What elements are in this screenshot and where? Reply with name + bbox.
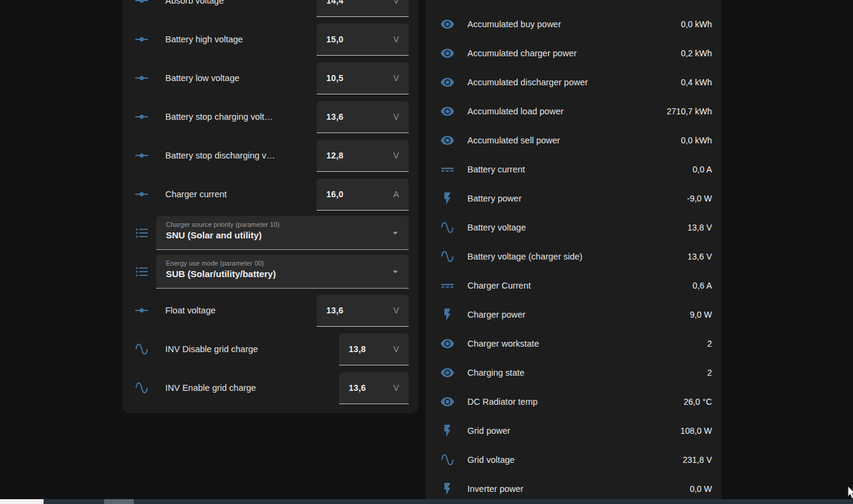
eye-icon: [440, 336, 455, 351]
sensor-row[interactable]: Accumulated load power2710,7 kWh: [426, 97, 722, 126]
sensor-name: Charger workstate: [467, 339, 702, 349]
sensor-row[interactable]: Charger power9,0 W: [426, 300, 722, 329]
select-input[interactable]: Energy use mode (parameter 00)SUB (Solar…: [156, 255, 409, 289]
mouse-cursor-icon: [848, 486, 853, 500]
horizontal-scrollbar[interactable]: [0, 499, 853, 504]
number-row: Absorb voltage14,4V: [122, 0, 418, 20]
entity-name: Battery high voltage: [165, 34, 309, 44]
sensor-name: Grid voltage: [467, 455, 678, 465]
sensor-name: Accumulated discharger power: [467, 77, 676, 87]
entity-name: Charger current: [165, 189, 309, 199]
select-value: SNU (Solar and utility): [166, 230, 382, 240]
entity-name: Absorb voltage: [165, 0, 309, 5]
number-unit: V: [394, 73, 399, 83]
sensor-value: 0,2 kWh: [681, 48, 712, 58]
ray-vertex-icon: [134, 71, 149, 85]
sensor-name: Battery voltage: [467, 223, 683, 232]
number-row: Battery stop charging volt…13,6V: [122, 97, 418, 136]
number-input[interactable]: 14,4V: [317, 0, 409, 17]
number-input[interactable]: 12,8V: [317, 140, 409, 172]
number-input[interactable]: 13,6V: [339, 372, 409, 404]
sensor-name: Accumulated buy power: [467, 19, 676, 29]
number-input[interactable]: 10,5V: [317, 62, 409, 94]
eye-icon: [440, 17, 455, 31]
number-value: 10,5: [326, 73, 343, 83]
eye-icon: [440, 365, 455, 380]
sine-wave-icon: [440, 249, 455, 264]
select-value: SUB (Solar/utility/battery): [166, 269, 382, 279]
sensor-row[interactable]: Accumulated charger power0,2 kWh: [426, 39, 722, 68]
number-input[interactable]: 13,6V: [317, 295, 409, 327]
number-input[interactable]: 13,8V: [339, 333, 409, 365]
ray-vertex-icon: [134, 32, 149, 47]
entity-name: Float voltage: [165, 306, 309, 315]
ray-vertex-icon: [134, 303, 149, 318]
number-row: Battery high voltage15,0V: [122, 20, 418, 59]
number-unit: V: [394, 34, 399, 44]
sensor-value: 0,0 A: [693, 165, 712, 174]
number-input[interactable]: 13,6V: [317, 101, 409, 133]
sensor-row[interactable]: Battery voltage13,8 V: [426, 213, 722, 242]
sensor-name: Battery current: [467, 165, 688, 174]
sine-wave-icon: [134, 381, 149, 395]
sensor-row[interactable]: Charging state2: [426, 358, 722, 387]
select-row: Energy use mode (parameter 00)SUB (Solar…: [122, 252, 418, 291]
sensor-row[interactable]: Accumulated discharger power0,4 kWh: [426, 68, 722, 97]
sensor-value: -9,0 W: [687, 194, 712, 203]
sensor-row[interactable]: Charger Current0,6 A: [426, 271, 722, 300]
select-label: Energy use mode (parameter 00): [166, 260, 382, 267]
sensor-name: Accumulated load power: [467, 106, 662, 116]
sensor-value: 26,0 °C: [683, 397, 712, 407]
ray-vertex-icon: [134, 110, 149, 124]
sensor-name: Accumulated sell power: [467, 136, 676, 145]
sensor-row[interactable]: Battery current0,0 A: [426, 155, 722, 184]
sensor-row[interactable]: Battery power-9,0 W: [426, 184, 722, 213]
ray-vertex-icon: [134, 187, 149, 201]
number-input[interactable]: 15,0V: [317, 24, 409, 56]
number-value: 15,0: [326, 34, 343, 44]
sensor-value: 231,8 V: [683, 455, 712, 465]
number-unit: V: [394, 112, 399, 122]
sensor-value: 13,8 V: [688, 223, 712, 232]
sensor-name: Grid power: [467, 426, 676, 436]
number-value: 13,8: [349, 344, 366, 354]
number-row: Charger current16,0A: [122, 175, 418, 214]
sensors-card: Accumulated buy power0,0 kWhAccumulated …: [426, 0, 722, 504]
current-dc-icon: [440, 162, 455, 177]
sine-wave-icon: [440, 220, 455, 235]
sensor-row[interactable]: Battery voltage (charger side)13,6 V: [426, 242, 722, 271]
entity-name: INV Enable grid charge: [165, 383, 332, 393]
chevron-down-icon: [389, 227, 401, 239]
sensor-name: Battery voltage (charger side): [467, 252, 683, 261]
number-row: INV Enable grid charge13,6V: [122, 368, 418, 407]
sensor-row[interactable]: Grid voltage231,8 V: [426, 445, 722, 474]
sensor-value: 108,0 W: [680, 426, 712, 436]
eye-icon: [440, 104, 455, 119]
scrollbar-thumb[interactable]: [104, 499, 134, 504]
number-value: 13,6: [349, 383, 366, 393]
entity-name: Battery stop discharging v…: [165, 151, 309, 160]
sensor-row[interactable]: Accumulated sell power0,0 kWh: [426, 126, 722, 155]
home-assistant-dashboard: Absorb voltage14,4VBattery high voltage1…: [0, 0, 853, 504]
ray-vertex-icon: [134, 148, 149, 163]
sensor-row[interactable]: Grid power108,0 W: [426, 416, 722, 445]
current-dc-icon: [440, 278, 455, 293]
sensor-value: 0,0 kWh: [681, 136, 712, 145]
sensor-row[interactable]: Charger workstate2: [426, 329, 722, 358]
sensor-row[interactable]: DC Radiator temp26,0 °C: [426, 387, 722, 416]
sensor-name: Battery power: [467, 194, 682, 203]
sensor-value: 2: [707, 368, 712, 378]
sensor-name: Accumulated charger power: [467, 48, 676, 58]
settings-card: Absorb voltage14,4VBattery high voltage1…: [122, 0, 418, 413]
sensor-rows: Accumulated buy power0,0 kWhAccumulated …: [426, 10, 722, 503]
select-label: Charger source priority (parameter 10): [166, 221, 382, 228]
eye-icon: [440, 394, 455, 409]
number-value: 12,8: [326, 151, 343, 160]
select-input[interactable]: Charger source priority (parameter 10)SN…: [156, 216, 409, 250]
sensor-row[interactable]: Accumulated buy power0,0 kWh: [426, 10, 722, 39]
number-unit: V: [394, 151, 399, 160]
chevron-down-icon: [389, 266, 401, 278]
entity-name: INV Disable grid charge: [165, 344, 332, 354]
number-input[interactable]: 16,0A: [317, 178, 409, 211]
sensor-name: Charging state: [467, 368, 702, 378]
